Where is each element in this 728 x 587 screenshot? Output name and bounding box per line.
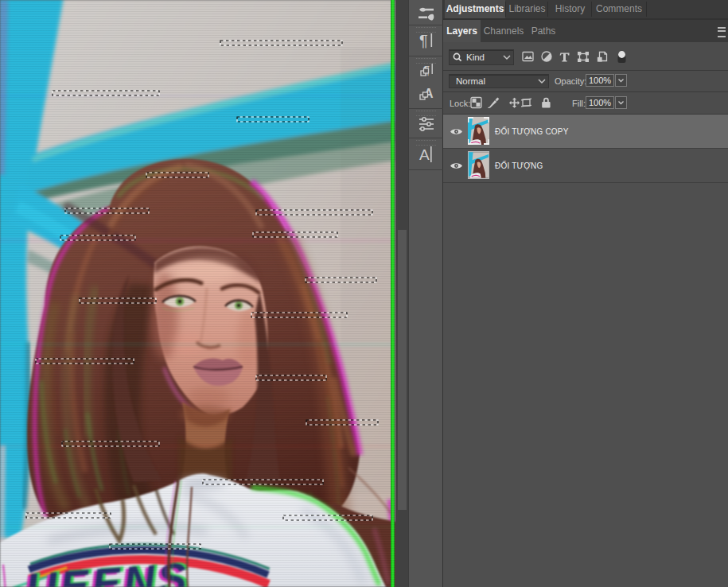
svg-text:Normal: Normal — [456, 76, 485, 86]
svg-text:¶: ¶ — [419, 32, 428, 49]
svg-text:Kind: Kind — [466, 52, 485, 62]
svg-text:A: A — [419, 146, 430, 163]
